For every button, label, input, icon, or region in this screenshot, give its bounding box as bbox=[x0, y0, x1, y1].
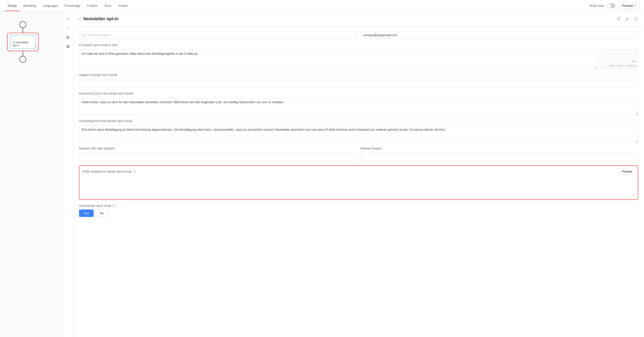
redirect-url-label: Redirect URL after opting-in bbox=[79, 147, 357, 150]
panel-actions: ☷ ⎘ ⓘ bbox=[615, 16, 639, 22]
collapse-icon[interactable]: ↦ bbox=[78, 17, 81, 21]
nav-right-controls: Show chat Preview ▾ bbox=[589, 2, 639, 9]
move-tool-button[interactable]: ✠ bbox=[64, 34, 72, 41]
main-layout: ... #1 Newsletter opt-in ⁒ + − ✠ 🖶 ↦ New… bbox=[0, 12, 644, 337]
image-upload-area[interactable]: ☁ 1200 × 630 px · 500 KB bbox=[600, 50, 638, 69]
flow-start-node bbox=[20, 21, 26, 28]
nav-languages[interactable]: Languages bbox=[40, 1, 61, 11]
html-template-help-icon[interactable]: ? bbox=[132, 170, 136, 173]
show-chat-label: Show chat bbox=[589, 4, 604, 8]
send-opt-in-section: Send double opt-in email ? Yes No bbox=[79, 204, 638, 217]
brand-email-row bbox=[79, 31, 638, 39]
preview-button-label: Preview bbox=[622, 4, 633, 8]
redirect-timeout-input[interactable] bbox=[360, 153, 638, 161]
help-icon[interactable]: ⓘ bbox=[632, 16, 639, 22]
noreply-email-input[interactable] bbox=[360, 31, 638, 39]
upload-icon: ☁ bbox=[631, 58, 636, 63]
flow-line-bottom bbox=[23, 51, 23, 56]
intro-textarea[interactable]: Vielen Dank, dass du dich für den Newsle… bbox=[79, 98, 638, 115]
double-opt-in-row: Ich habe dir eine E-Mail geschickt. Bitt… bbox=[79, 50, 638, 69]
add-tool-button[interactable]: + bbox=[64, 16, 72, 23]
flow-node-title: #1 Newsletter opt-in bbox=[12, 41, 33, 47]
flow-diagram: ... #1 Newsletter opt-in ⁒ bbox=[7, 21, 38, 63]
panel-content: If a double opt-in email is sent Ich hab… bbox=[73, 26, 644, 337]
chevron-down-icon: ▾ bbox=[634, 4, 636, 7]
redirect-url-input[interactable] bbox=[79, 153, 357, 161]
image-size-label: 1200 × 630 px · 500 KB bbox=[608, 64, 636, 67]
panel-title: Newsletter opt-in bbox=[83, 17, 613, 22]
top-navigation: Dialog Branding Languages Knowledge Publ… bbox=[0, 0, 644, 12]
concluding-label: Concluding text of the double opt-in ema… bbox=[79, 119, 638, 123]
nav-publish[interactable]: Publish bbox=[84, 1, 100, 11]
concluding-textarea[interactable]: Erst durch diese Bestätigung ist deine A… bbox=[79, 126, 638, 142]
intro-label: Introductory text of the double opt-in e… bbox=[79, 92, 638, 95]
flow-line-top bbox=[23, 28, 23, 33]
yes-no-row: Yes No bbox=[79, 209, 638, 217]
send-opt-in-label: Send double opt-in email bbox=[79, 204, 111, 208]
nav-texts[interactable]: Texts bbox=[101, 1, 114, 11]
redirect-url-group: Redirect URL after opting-in bbox=[79, 147, 357, 161]
right-panel: ↦ Newsletter opt-in ☷ ⎘ ⓘ If a double bbox=[73, 12, 644, 337]
html-template-header: HTML template for double opt-in email ? … bbox=[82, 169, 635, 175]
noreply-email-group bbox=[360, 31, 638, 39]
html-template-preview-button[interactable]: Preview bbox=[619, 169, 635, 175]
nav-knowledge[interactable]: Knowledge bbox=[62, 1, 83, 11]
html-template-section: HTML template for double opt-in email ? … bbox=[79, 165, 638, 200]
copy-icon[interactable]: ⎘ bbox=[624, 16, 630, 22]
send-opt-in-help-icon[interactable]: ? bbox=[112, 204, 115, 208]
database-icon: ⁒ bbox=[35, 45, 36, 49]
yes-button[interactable]: Yes bbox=[79, 209, 94, 217]
no-button[interactable]: No bbox=[96, 209, 108, 217]
toolbar-strip: + − ✠ 🖶 bbox=[62, 12, 73, 337]
double-opt-in-label: If a double opt-in email is sent bbox=[79, 43, 638, 47]
brand-name-input[interactable] bbox=[79, 31, 357, 39]
remove-tool-button[interactable]: − bbox=[64, 25, 72, 32]
send-opt-in-label-row: Send double opt-in email ? bbox=[79, 204, 638, 208]
html-template-textarea[interactable] bbox=[82, 176, 635, 196]
flow-node-dots: ... bbox=[12, 37, 33, 40]
nav-assets[interactable]: Assets bbox=[115, 1, 130, 11]
intro-group: Introductory text of the double opt-in e… bbox=[79, 92, 638, 115]
html-template-label: HTML template for double opt-in email ? bbox=[82, 170, 136, 173]
nav-dialog[interactable]: Dialog bbox=[5, 1, 20, 11]
flow-node-newsletter[interactable]: ... #1 Newsletter opt-in ⁒ bbox=[7, 33, 38, 51]
double-opt-in-textarea[interactable]: Ich habe dir eine E-Mail geschickt. Bitt… bbox=[79, 50, 597, 69]
preview-button[interactable]: Preview ▾ bbox=[618, 2, 639, 9]
print-tool-button[interactable]: 🖶 bbox=[64, 43, 72, 50]
redirect-row: Redirect URL after opting-in Redirect ti… bbox=[79, 147, 638, 161]
double-opt-in-group: If a double opt-in email is sent Ich hab… bbox=[79, 43, 638, 69]
brand-name-group bbox=[79, 31, 357, 39]
redirect-timeout-label: Redirect timeout bbox=[360, 147, 638, 150]
flow-node-inner: ... #1 Newsletter opt-in bbox=[10, 35, 36, 49]
panel-header: ↦ Newsletter opt-in ☷ ⎘ ⓘ bbox=[73, 12, 644, 26]
subject-group: Subject of double opt-in email bbox=[79, 73, 638, 88]
subject-input[interactable] bbox=[79, 80, 638, 88]
filter-icon[interactable]: ☷ bbox=[615, 16, 622, 22]
show-chat-toggle[interactable] bbox=[607, 3, 615, 8]
concluding-group: Concluding text of the double opt-in ema… bbox=[79, 119, 638, 142]
subject-label: Subject of double opt-in email bbox=[79, 73, 638, 77]
redirect-timeout-group: Redirect timeout bbox=[360, 147, 638, 161]
flow-end-node bbox=[20, 56, 26, 63]
nav-branding[interactable]: Branding bbox=[20, 1, 39, 11]
toggle-knob bbox=[607, 4, 611, 8]
canvas-area: ... #1 Newsletter opt-in ⁒ bbox=[0, 12, 62, 337]
